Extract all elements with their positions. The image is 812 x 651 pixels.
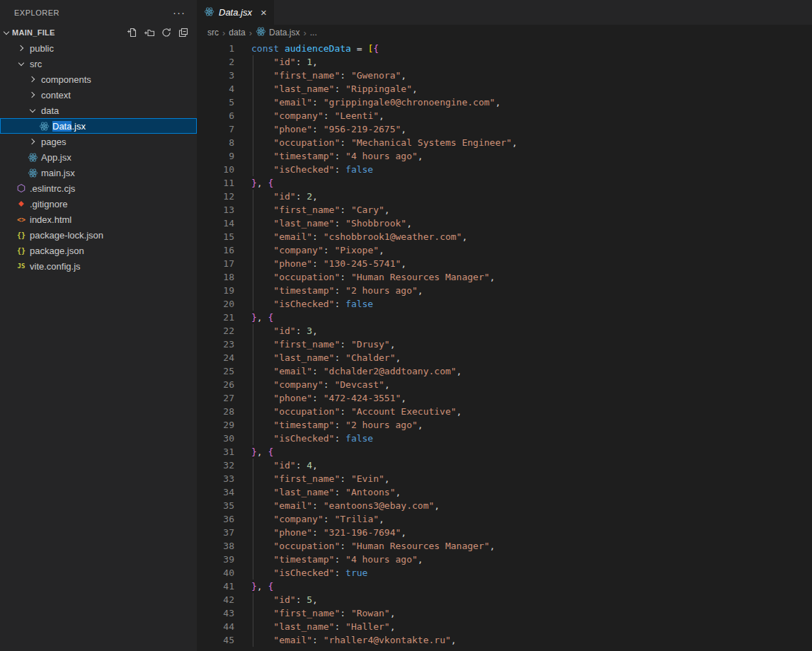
tree-folder-public[interactable]: public bbox=[0, 40, 197, 56]
breadcrumb-item-src[interactable]: src bbox=[207, 28, 219, 38]
code-line[interactable]: 41}, { bbox=[197, 580, 812, 593]
tree-file-gitignore[interactable]: .gitignore bbox=[0, 196, 197, 212]
collapse-folders-icon[interactable] bbox=[177, 26, 190, 39]
code-line[interactable]: 17 "phone": "130-245-5741", bbox=[197, 257, 812, 270]
code-line[interactable]: 21}, { bbox=[197, 311, 812, 324]
code-editor[interactable]: 1const audienceData = [{2 "id": 1,3 "fir… bbox=[197, 40, 812, 651]
code-text: "phone": "321-196-7694", bbox=[251, 526, 406, 539]
code-line[interactable]: 39 "timestamp": "4 hours ago", bbox=[197, 553, 812, 566]
code-line[interactable]: 32 "id": 4, bbox=[197, 459, 812, 472]
breadcrumb-label: src bbox=[207, 28, 219, 38]
code-line[interactable]: 23 "first_name": "Drusy", bbox=[197, 338, 812, 351]
code-line[interactable]: 34 "last_name": "Antoons", bbox=[197, 485, 812, 499]
close-tab-icon[interactable]: × bbox=[261, 6, 267, 18]
code-line[interactable]: 1const audienceData = [{ bbox=[197, 42, 812, 55]
line-number: 5 bbox=[197, 96, 234, 109]
indent-guide bbox=[253, 257, 253, 270]
code-line[interactable]: 29 "timestamp": "2 hours ago", bbox=[197, 418, 812, 432]
tree-file-app-jsx[interactable]: App.jsx bbox=[0, 149, 197, 165]
code-line[interactable]: 27 "phone": "472-424-3551", bbox=[197, 391, 812, 405]
code-line[interactable]: 12 "id": 2, bbox=[197, 190, 812, 203]
tree-file-eslintrc-cjs[interactable]: .eslintrc.cjs bbox=[0, 180, 197, 196]
code-line[interactable]: 6 "company": "Leenti", bbox=[197, 109, 812, 122]
explorer-header: EXPLORER ··· bbox=[0, 0, 197, 25]
new-file-icon[interactable] bbox=[126, 26, 139, 39]
code-line[interactable]: 22 "id": 3, bbox=[197, 324, 812, 338]
code-line[interactable]: 24 "last_name": "Chalder", bbox=[197, 351, 812, 364]
breadcrumb-item--[interactable]: ... bbox=[310, 28, 317, 38]
tree-file-index-html[interactable]: <>index.html bbox=[0, 212, 197, 227]
code-line[interactable]: 44 "last_name": "Haller", bbox=[197, 620, 812, 633]
code-line[interactable]: 9 "timestamp": "4 hours ago", bbox=[197, 149, 812, 163]
code-text: "occupation": "Human Resources Manager", bbox=[251, 539, 495, 553]
code-line[interactable]: 3 "first_name": "Gwenora", bbox=[197, 69, 812, 82]
code-line[interactable]: 45 "email": "rhaller4@vkontakte.ru", bbox=[197, 633, 812, 647]
breadcrumb-item-data[interactable]: data bbox=[229, 28, 245, 38]
code-line[interactable]: 28 "occupation": "Account Executive", bbox=[197, 405, 812, 418]
tree-folder-components[interactable]: components bbox=[0, 71, 197, 87]
indent-guide bbox=[253, 122, 253, 136]
code-line[interactable]: 18 "occupation": "Human Resources Manage… bbox=[197, 270, 812, 284]
more-actions-icon[interactable]: ··· bbox=[173, 6, 185, 18]
code-line[interactable]: 37 "phone": "321-196-7694", bbox=[197, 526, 812, 539]
code-line[interactable]: 4 "last_name": "Rippingale", bbox=[197, 82, 812, 96]
code-line[interactable]: 30 "isChecked": false bbox=[197, 432, 812, 445]
code-text: "last_name": "Chalder", bbox=[251, 351, 401, 364]
code-line[interactable]: 40 "isChecked": true bbox=[197, 566, 812, 580]
code-text: "company": "Devcast", bbox=[251, 378, 390, 391]
tree-folder-context[interactable]: context bbox=[0, 87, 197, 103]
indent-guide bbox=[253, 526, 253, 539]
code-line[interactable]: 5 "email": "grippingale0@chronoengine.co… bbox=[197, 96, 812, 109]
code-line[interactable]: 11}, { bbox=[197, 176, 812, 190]
indent-guide bbox=[253, 364, 253, 378]
tree-file-vite-config-js[interactable]: JSvite.config.js bbox=[0, 258, 197, 274]
code-text: "timestamp": "2 hours ago", bbox=[251, 284, 423, 297]
workspace-section-header[interactable]: MAIN_FILE bbox=[0, 25, 197, 40]
workspace-name: MAIN_FILE bbox=[12, 28, 126, 37]
code-line[interactable]: 15 "email": "cshobbrook1@weather.com", bbox=[197, 230, 812, 243]
code-line[interactable]: 25 "email": "dchalder2@addtoany.com", bbox=[197, 364, 812, 378]
code-line[interactable]: 13 "first_name": "Cary", bbox=[197, 203, 812, 217]
tree-folder-src[interactable]: src bbox=[0, 56, 197, 71]
indent-guide bbox=[253, 539, 253, 553]
indent-guide bbox=[253, 405, 253, 418]
tree-file-data-jsx[interactable]: Data.jsx bbox=[0, 118, 197, 134]
code-text: "isChecked": false bbox=[251, 163, 373, 176]
indent-guide bbox=[253, 190, 253, 203]
code-line[interactable]: 19 "timestamp": "2 hours ago", bbox=[197, 284, 812, 297]
code-line[interactable]: 8 "occupation": "Mechanical Systems Engi… bbox=[197, 136, 812, 149]
refresh-explorer-icon[interactable] bbox=[160, 26, 173, 39]
code-line[interactable]: 36 "company": "Trilia", bbox=[197, 512, 812, 526]
tree-file-main-jsx[interactable]: main.jsx bbox=[0, 165, 197, 180]
code-line[interactable]: 38 "occupation": "Human Resources Manage… bbox=[197, 539, 812, 553]
code-line[interactable]: 20 "isChecked": false bbox=[197, 297, 812, 311]
code-line[interactable]: 35 "email": "eantoons3@ebay.com", bbox=[197, 499, 812, 512]
breadcrumb-item-data-jsx[interactable]: Data.jsx bbox=[256, 26, 299, 39]
code-line[interactable]: 43 "first_name": "Rowan", bbox=[197, 606, 812, 620]
code-text: "company": "Trilia", bbox=[251, 512, 384, 526]
code-line[interactable]: 26 "company": "Devcast", bbox=[197, 378, 812, 391]
new-folder-icon[interactable] bbox=[143, 26, 156, 39]
file-tree: publicsrccomponentscontextdataData.jsxpa… bbox=[0, 40, 197, 651]
chevron-right-icon bbox=[27, 74, 38, 85]
tree-file-package-lock-json[interactable]: {}package-lock.json bbox=[0, 227, 197, 243]
code-text: "phone": "956-219-2675", bbox=[251, 122, 406, 136]
code-line[interactable]: 31}, { bbox=[197, 445, 812, 459]
tab-data-jsx[interactable]: Data.jsx× bbox=[197, 0, 274, 25]
code-line[interactable]: 2 "id": 1, bbox=[197, 55, 812, 69]
tree-folder-pages[interactable]: pages bbox=[0, 134, 197, 149]
code-line[interactable]: 33 "first_name": "Evin", bbox=[197, 472, 812, 485]
line-number: 38 bbox=[197, 539, 234, 553]
code-text: }, { bbox=[251, 311, 273, 324]
code-line[interactable]: 14 "last_name": "Shobbrook", bbox=[197, 217, 812, 230]
code-text: "email": "grippingale0@chronoengine.com"… bbox=[251, 96, 501, 109]
code-line[interactable]: 42 "id": 5, bbox=[197, 593, 812, 606]
code-line[interactable]: 7 "phone": "956-219-2675", bbox=[197, 122, 812, 136]
code-line[interactable]: 16 "company": "Pixope", bbox=[197, 243, 812, 257]
tree-folder-data[interactable]: data bbox=[0, 103, 197, 118]
indent-guide bbox=[253, 512, 253, 526]
line-number: 31 bbox=[197, 445, 234, 459]
tree-file-package-json[interactable]: {}package.json bbox=[0, 243, 197, 258]
code-line[interactable]: 10 "isChecked": false bbox=[197, 163, 812, 176]
line-number: 32 bbox=[197, 459, 234, 472]
